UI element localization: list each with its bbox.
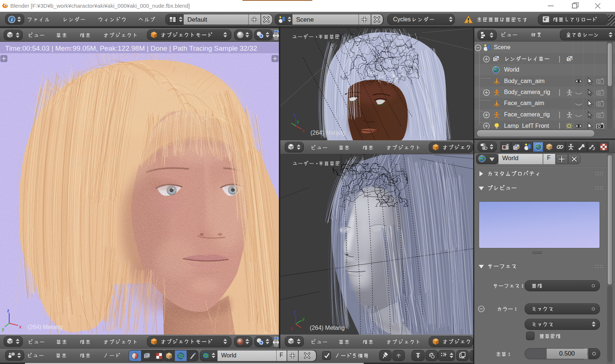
svg-text:z: z <box>294 310 296 315</box>
svg-text:i: i <box>11 17 12 22</box>
svg-text:z: z <box>294 112 296 118</box>
svg-text:z: z <box>7 308 10 313</box>
svg-text:y: y <box>297 119 299 124</box>
svg-text:(264) Metarig: (264) Metarig <box>28 324 62 330</box>
svg-text:y: y <box>302 316 305 321</box>
svg-text:(264) Metarig: (264) Metarig <box>310 130 345 136</box>
svg-text:x: x <box>302 128 305 133</box>
svg-text:y: y <box>2 326 4 332</box>
svg-text:x: x <box>19 324 22 329</box>
svg-text:x: x <box>291 326 293 331</box>
svg-text:(264) Metarig: (264) Metarig <box>310 325 345 331</box>
